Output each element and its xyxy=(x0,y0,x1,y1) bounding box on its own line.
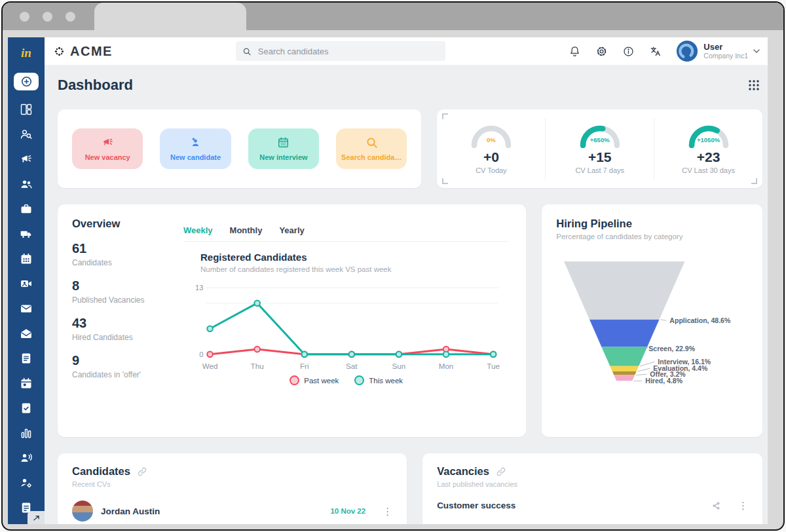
svg-text:Hired, 4.8%: Hired, 4.8% xyxy=(646,377,683,385)
calendar-icon xyxy=(20,252,33,265)
browser-window: in xyxy=(1,1,785,531)
gauge-value: +23 xyxy=(697,149,720,165)
browser-tab[interactable] xyxy=(94,3,246,30)
sidebar-item-mail-open[interactable] xyxy=(20,327,33,340)
sidebar-item-user-settings[interactable] xyxy=(20,476,33,489)
legend-this-week: This week xyxy=(354,375,403,385)
search-bar[interactable] xyxy=(236,41,445,61)
gauge-label: CV Last 30 days xyxy=(682,166,735,174)
sidebar-item-forms[interactable] xyxy=(20,352,33,365)
hiring-pipeline-card: Hiring Pipeline Percentage of candidates… xyxy=(542,204,762,437)
user-menu[interactable]: User Company Inc1 xyxy=(676,40,760,62)
document-lines-icon xyxy=(20,352,33,365)
new-interview-button[interactable]: New interview xyxy=(248,128,319,169)
window-control-dot[interactable] xyxy=(20,12,29,22)
chevron-down-icon xyxy=(753,49,760,53)
widgets-grid-icon[interactable] xyxy=(748,79,760,91)
sidebar-item-tasks[interactable] xyxy=(20,402,33,415)
svg-text:13: 13 xyxy=(195,284,203,292)
person-gear-icon xyxy=(20,476,33,489)
bell-icon xyxy=(569,45,581,58)
sidebar-item-events[interactable] xyxy=(20,377,33,390)
sidebar-item-dashboard[interactable] xyxy=(20,103,33,116)
search-input[interactable] xyxy=(257,46,439,57)
window-control-dot[interactable] xyxy=(66,12,75,22)
resize-handle[interactable] xyxy=(442,178,448,184)
vacancy-name: Customer success xyxy=(437,501,515,510)
sidebar-item-referrals[interactable] xyxy=(20,451,33,465)
user-name: User xyxy=(703,43,748,52)
megaphone-icon xyxy=(20,153,33,166)
brand-name: ACME xyxy=(70,44,113,59)
briefcase-icon xyxy=(20,202,33,216)
page-title: Dashboard xyxy=(58,77,133,94)
tab-monthly[interactable]: Monthly xyxy=(230,225,263,235)
collapse-arrow-icon xyxy=(33,514,40,522)
notifications-button[interactable] xyxy=(569,45,581,58)
translate-icon xyxy=(649,45,662,58)
sidebar-collapse-button[interactable] xyxy=(28,511,45,524)
stat-hired-candidates: 43 Hired Candidates xyxy=(72,316,183,342)
plus-circle-icon xyxy=(20,75,33,88)
sidebar-item-candidates[interactable] xyxy=(20,178,33,191)
gauge-cv-today: 0% +0 CV Today xyxy=(437,118,545,180)
settings-button[interactable] xyxy=(595,45,608,58)
sidebar-item-jobs[interactable] xyxy=(20,202,33,216)
calendar-day-icon xyxy=(20,377,33,390)
sidebar-item-add[interactable] xyxy=(14,73,39,90)
resize-handle[interactable] xyxy=(751,178,757,184)
brand-flower-icon xyxy=(54,46,65,57)
search-icon xyxy=(365,136,378,149)
dashboard-icon xyxy=(20,103,33,116)
candidate-row[interactable]: Jordan Austin 10 Nov 22 ⋮ xyxy=(72,501,392,522)
overview-card: Overview 61 Candidates 8 Published Vacan… xyxy=(58,204,526,437)
new-candidate-button[interactable]: New candidate xyxy=(160,128,231,169)
vacancies-title: Vacancies xyxy=(437,465,489,478)
stat-published-vacancies: 8 Published Vacancies xyxy=(72,278,183,305)
search-candidates-button[interactable]: Search candida… xyxy=(336,128,407,169)
app-logo[interactable]: in xyxy=(8,37,45,69)
window-control-dot[interactable] xyxy=(43,12,52,22)
sidebar-item-vacancies[interactable] xyxy=(20,153,33,166)
candidate-avatar xyxy=(72,501,93,522)
vacancies-card: Vacancies Last published vacancies Custo… xyxy=(422,453,762,524)
sidebar-item-candidate-search[interactable] xyxy=(20,128,33,141)
candidate-date: 10 Nov 22 xyxy=(330,507,365,515)
svg-text:Sat: Sat xyxy=(346,362,358,370)
info-icon xyxy=(622,45,635,58)
chart-subtitle: Number of candidates registered this wee… xyxy=(200,265,509,273)
bar-chart-icon xyxy=(20,427,33,440)
row-menu-button[interactable]: ⋮ xyxy=(383,506,392,516)
svg-text:Sun: Sun xyxy=(392,362,406,370)
legend-past-week: Past week xyxy=(290,375,339,385)
avatar xyxy=(676,40,698,62)
link-icon[interactable] xyxy=(137,466,147,477)
link-icon[interactable] xyxy=(496,466,506,477)
row-menu-button[interactable]: ⋮ xyxy=(738,501,748,510)
sidebar-item-onboarding[interactable] xyxy=(20,227,33,240)
pipeline-subtitle: Percentage of candidates by category xyxy=(556,233,762,240)
info-button[interactable] xyxy=(622,45,635,58)
megaphone-icon xyxy=(102,136,114,149)
new-vacancy-button[interactable]: New vacancy xyxy=(72,128,143,169)
person-plus-icon xyxy=(189,136,202,149)
share-icon[interactable] xyxy=(712,501,721,510)
sidebar-item-calendar[interactable] xyxy=(20,252,33,265)
tab-weekly[interactable]: Weekly xyxy=(183,225,213,235)
resize-handle[interactable] xyxy=(442,113,448,119)
brand: ACME xyxy=(45,44,113,59)
sidebar-item-reports[interactable] xyxy=(20,427,33,440)
candidates-card: Candidates Recent CVs Jordan Austin 10 N… xyxy=(58,453,407,524)
language-button[interactable] xyxy=(649,45,662,58)
svg-text:0: 0 xyxy=(199,351,203,358)
registered-candidates-line-chart: 130WedThuFriSatSunMonTue xyxy=(186,277,505,375)
topbar: ACME User Company Inc1 xyxy=(45,37,768,65)
gauge-label: CV Last 7 days xyxy=(575,166,624,174)
document-check-icon xyxy=(20,402,33,415)
sidebar-item-video-interview[interactable] xyxy=(20,277,33,290)
vacancy-row[interactable]: Customer success ⋮ xyxy=(437,501,748,510)
quick-actions-card: New vacancy New candidate New interview xyxy=(58,109,421,188)
candidates-title: Candidates xyxy=(72,465,130,478)
sidebar-item-inbox[interactable] xyxy=(20,302,33,315)
tab-yearly[interactable]: Yearly xyxy=(279,225,304,235)
